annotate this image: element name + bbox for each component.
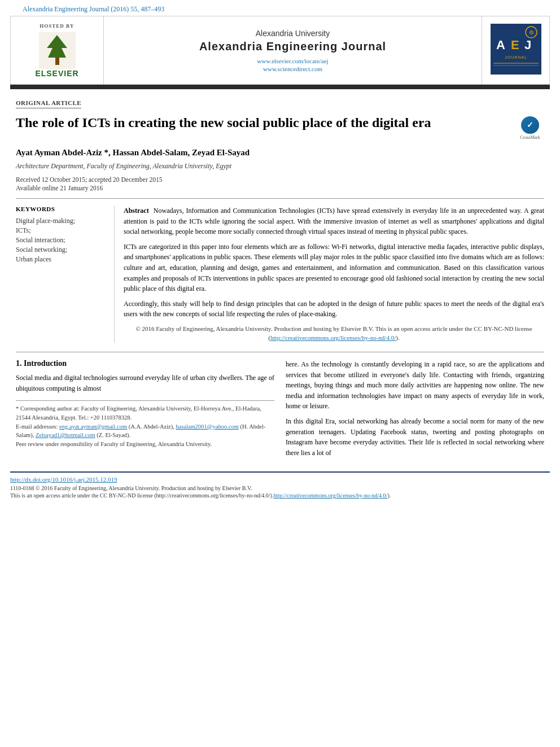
article-section-label: ORIGINAL ARTICLE	[16, 99, 81, 108]
svg-text:JOURNAL: JOURNAL	[505, 55, 527, 59]
bottom-copyright: 1110-0168 © 2016 Faculty of Engineering,…	[10, 485, 550, 491]
keyword-abstract-section: KEYWORDS Digital place-making; ICTs; Soc…	[16, 206, 544, 343]
abstract-p3: Accordingly, this study will help to fin…	[124, 299, 544, 320]
email3-name: (Z. El-Sayad).	[97, 432, 130, 438]
svg-text:⚙: ⚙	[528, 29, 533, 36]
journal-title: Alexandria Engineering Journal	[199, 40, 386, 53]
university-name: Alexandria University	[256, 29, 330, 38]
keyword-4: Social networking;	[16, 246, 105, 254]
svg-text:A: A	[496, 38, 505, 52]
svg-text:E: E	[511, 38, 519, 52]
email1-name: (A.A. Abdel-Aziz),	[129, 423, 174, 430]
article-title-row: The role of ICTs in creating the new soc…	[16, 114, 544, 140]
bottom-open-access: This is an open access article under the…	[10, 492, 550, 499]
email1-link[interactable]: eng.ayat.ayman@gmail.com	[59, 423, 127, 430]
email2-link[interactable]: hasalam2001@yahoo.com	[176, 423, 238, 430]
footnote-email: E-mail addresses: eng.ayat.ayman@gmail.c…	[16, 422, 274, 440]
email-label: E-mail addresses:	[16, 423, 58, 430]
keyword-2: ICTs;	[16, 226, 105, 235]
peer-review-note: Peer review under responsibility of Facu…	[16, 440, 274, 449]
received-date: Received 12 October 2015; accepted 20 De…	[16, 176, 544, 183]
copyright-link[interactable]: http://creativecommons.org/licenses/by-n…	[270, 334, 396, 341]
author-names: Ayat Ayman Abdel-Aziz *, Hassan Abdel-Sa…	[16, 148, 250, 157]
main-content: ORIGINAL ARTICLE The role of ICTs in cre…	[0, 89, 560, 471]
keyword-5: Urban places	[16, 255, 105, 264]
keyword-3: Social interaction;	[16, 236, 105, 244]
abstract-text: Abstract Nowadays, Information and Commu…	[124, 206, 544, 343]
footnote-address: * Corresponding author at: Faculty of En…	[16, 404, 274, 422]
crossmark-badge: ✓ CrossMark	[516, 116, 544, 140]
crossmark-label: CrossMark	[520, 135, 540, 140]
abstract-p1: Nowadays, Information and Communication …	[124, 207, 544, 235]
keywords-column: KEYWORDS Digital place-making; ICTs; Soc…	[16, 206, 115, 343]
sciencedirect-url[interactable]: www.sciencedirect.com	[263, 65, 322, 72]
left-column: 1. Introduction Social media and digital…	[16, 359, 274, 462]
page: Alexandria Engineering Journal (2016) 55…	[0, 0, 560, 747]
svg-rect-2	[55, 58, 59, 65]
abstract-label: Abstract	[124, 207, 149, 215]
abstract-p2: ICTs are categorized in this paper into …	[124, 242, 544, 294]
crossmark-symbol: ✓	[527, 120, 533, 130]
bottom-license-link[interactable]: http://creativecommons.org/licenses/by-n…	[273, 492, 387, 499]
affiliation: Architecture Department, Faculty of Engi…	[16, 162, 544, 171]
hosted-by-label: HOSTED BY	[40, 23, 74, 29]
right-p1: here. As the technology is constantly de…	[286, 359, 544, 412]
right-column: here. As the technology is constantly de…	[286, 359, 544, 462]
abstract-copyright: © 2016 Faculty of Engineering, Alexandri…	[124, 324, 544, 343]
keyword-1: Digital place-making;	[16, 217, 105, 225]
email3-link[interactable]: Zelsayad1@hotmail.com	[36, 432, 95, 438]
abstract-column: Abstract Nowadays, Information and Commu…	[115, 206, 544, 343]
journal-header: HOSTED BY ELSEVIER Alexandria University…	[10, 16, 550, 85]
keywords-title: KEYWORDS	[16, 206, 105, 212]
elsevier-block: HOSTED BY ELSEVIER	[11, 16, 104, 84]
svg-text:J: J	[524, 38, 531, 52]
elsevier-logo: ELSEVIER	[35, 32, 78, 78]
divider	[16, 198, 544, 199]
section-divider	[16, 352, 544, 352]
elsevier-tree-icon	[39, 32, 76, 69]
introduction-section: 1. Introduction Social media and digital…	[16, 359, 544, 462]
intro-paragraph1: Social media and digital technologies su…	[16, 373, 274, 394]
available-date: Available online 21 January 2016	[16, 185, 544, 191]
crossmark-icon: ✓	[521, 116, 539, 134]
journal-link[interactable]: Alexandria Engineering Journal (2016) 55…	[11, 1, 176, 15]
dark-divider	[10, 85, 550, 89]
journal-links: www.elsevier.com/locate/aej www.scienced…	[257, 58, 328, 72]
article-title: The role of ICTs in creating the new soc…	[16, 114, 509, 132]
intro-heading: 1. Introduction	[16, 359, 274, 368]
doi-link[interactable]: http://dx.doi.org/10.1016/j.aej.2015.12.…	[10, 476, 550, 483]
elsevier-wordmark: ELSEVIER	[35, 69, 78, 78]
right-p2: In this digital Era, social networking h…	[286, 416, 544, 458]
right-body-text: here. As the technology is constantly de…	[286, 359, 544, 458]
aej-logo-block: A E J JOURNAL ⚙	[482, 16, 549, 84]
elsevier-url[interactable]: www.elsevier.com/locate/aej	[257, 58, 328, 64]
authors-line: Ayat Ayman Abdel-Aziz *, Hassan Abdel-Sa…	[16, 148, 544, 158]
bottom-bar: http://dx.doi.org/10.1016/j.aej.2015.12.…	[10, 471, 550, 501]
journal-center: Alexandria University Alexandria Enginee…	[104, 16, 482, 84]
footnote-section: * Corresponding author at: Faculty of En…	[16, 400, 274, 449]
aej-logo-icon: A E J JOURNAL ⚙	[491, 24, 541, 75]
